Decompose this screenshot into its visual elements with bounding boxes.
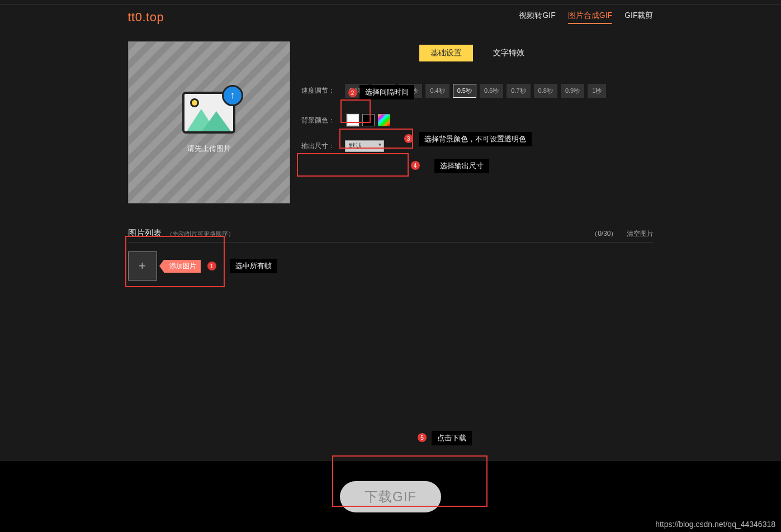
site-logo[interactable]: tt0.top bbox=[128, 10, 164, 25]
swatch-black[interactable] bbox=[362, 114, 375, 126]
speed-option[interactable]: 1秒 bbox=[588, 84, 606, 98]
annotation-2-label: 选择间隔时间 bbox=[359, 85, 414, 99]
bg-color-label: 背景颜色： bbox=[301, 116, 340, 125]
swatch-white[interactable] bbox=[347, 114, 359, 126]
annotation-1-label: 选中所有帧 bbox=[230, 259, 277, 273]
color-swatches bbox=[345, 112, 392, 128]
watermark: https://blog.csdn.net/qq_44346318 bbox=[655, 520, 775, 529]
image-count: （0/30） bbox=[591, 229, 617, 239]
image-list-hint: （拖动图片可更换顺序） bbox=[167, 230, 234, 237]
output-size-label: 输出尺寸： bbox=[301, 141, 340, 151]
annotation-4-badge: 4 bbox=[411, 161, 420, 170]
download-gif-button[interactable]: 下载GIF bbox=[340, 481, 441, 512]
nav-compose-gif[interactable]: 图片合成GIF bbox=[568, 11, 612, 24]
nav-video-to-gif[interactable]: 视频转GIF bbox=[519, 11, 555, 24]
settings-panel: 基础设置 文字特效 速度调节： 0.1秒0.2秒0.3秒0.4秒0.5秒0.6秒… bbox=[301, 41, 654, 203]
swatch-custom[interactable] bbox=[378, 114, 390, 126]
annotation-2-badge: 2 bbox=[348, 88, 357, 97]
annotation-5-badge: 5 bbox=[418, 433, 427, 442]
speed-option[interactable]: 0.4秒 bbox=[425, 84, 449, 98]
speed-option[interactable]: 0.9秒 bbox=[561, 84, 584, 98]
add-image-tag: 添加图片 bbox=[164, 260, 201, 273]
annotation-5-label: 点击下载 bbox=[432, 431, 472, 445]
upload-hint: 请先上传图片 bbox=[187, 144, 231, 154]
speed-option[interactable]: 0.7秒 bbox=[507, 84, 530, 98]
annotation-3-badge: 3 bbox=[404, 134, 413, 143]
speed-label: 速度调节： bbox=[301, 86, 340, 96]
annotation-1-badge: 1 bbox=[207, 262, 216, 270]
upload-arrow-icon: ↑ bbox=[222, 85, 243, 106]
nav-crop-gif[interactable]: GIF裁剪 bbox=[624, 11, 653, 24]
speed-option[interactable]: 0.6秒 bbox=[480, 84, 503, 98]
image-placeholder-icon: ↑ bbox=[182, 92, 235, 134]
image-list-title: 图片列表 bbox=[128, 228, 162, 238]
annotation-4-label: 选择输出尺寸 bbox=[434, 159, 489, 173]
tab-basic-settings[interactable]: 基础设置 bbox=[419, 45, 473, 61]
annotation-3-label: 选择背景颜色，不可设置透明色 bbox=[419, 132, 532, 146]
preview-panel: ↑ 请先上传图片 bbox=[128, 41, 290, 203]
tab-text-effects[interactable]: 文字特效 bbox=[482, 45, 536, 61]
add-image-button[interactable]: + bbox=[128, 251, 157, 281]
clear-images-link[interactable]: 清空图片 bbox=[627, 229, 654, 239]
output-size-select[interactable]: 默认 bbox=[345, 140, 384, 152]
speed-option[interactable]: 0.8秒 bbox=[534, 84, 557, 98]
speed-option[interactable]: 0.5秒 bbox=[453, 84, 476, 98]
main-nav: 视频转GIF 图片合成GIF GIF裁剪 bbox=[519, 11, 653, 24]
